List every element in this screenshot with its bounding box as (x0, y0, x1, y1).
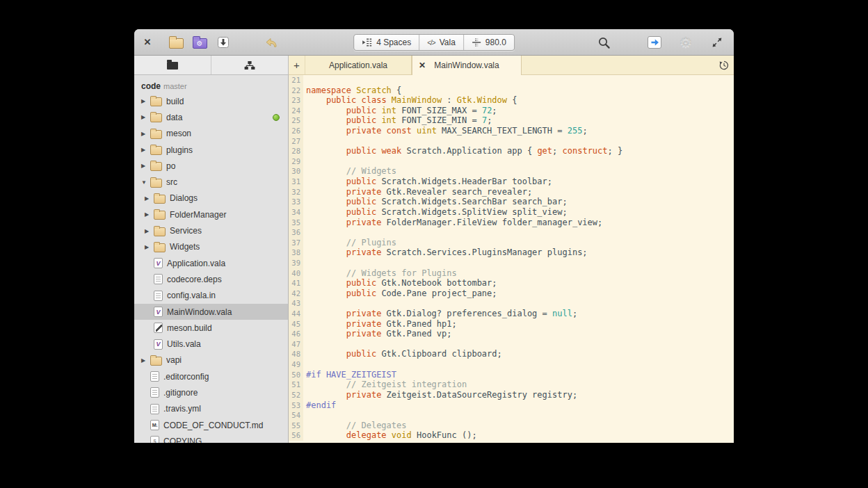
chevron-right-icon[interactable]: ▶ (141, 131, 150, 137)
chevron-right-icon[interactable]: ▶ (141, 98, 150, 104)
new-tab-button[interactable]: + (289, 56, 305, 74)
code-line[interactable]: 54 (289, 410, 734, 421)
tab-mainwindow-vala[interactable]: ✕ MainWindow.vala (412, 56, 522, 75)
chevron-right-icon[interactable]: ▶ (145, 195, 154, 202)
chevron-down-icon[interactable]: ▼ (141, 179, 150, 186)
vala-file-icon: V (154, 307, 163, 317)
code-line[interactable]: 31 public Scratch.Widgets.HeaderBar tool… (289, 177, 734, 187)
open-file-button[interactable] (166, 33, 186, 51)
chevron-right-icon[interactable]: ▶ (141, 163, 150, 169)
chevron-right-icon[interactable]: ▶ (141, 114, 150, 120)
goto-line-button[interactable]: 980.0 (464, 35, 514, 50)
tree-item-widgets[interactable]: ▶Widgets (134, 239, 288, 255)
share-button[interactable] (645, 33, 664, 51)
project-header[interactable]: codemaster (134, 75, 288, 93)
code-line[interactable]: 49 (289, 359, 734, 370)
tree-item--gitignore[interactable]: .gitignore (134, 384, 288, 400)
code-line[interactable]: 52 private Zeitgeist.DataSourceRegistry … (289, 390, 734, 400)
tree-item-dialogs[interactable]: ▶Dialogs (134, 190, 288, 206)
code-line[interactable]: 25 public int FONT_SIZE_MIN = 7; (289, 115, 734, 126)
code-line[interactable]: 39 (289, 258, 734, 268)
code-line[interactable]: 24 public int FONT_SIZE_MAX = 72; (289, 106, 734, 116)
tab-close-button[interactable]: ✕ (419, 56, 426, 75)
find-button[interactable] (594, 33, 613, 51)
project-sidebar-toggle[interactable] (134, 56, 211, 74)
vala-file-icon: V (154, 339, 163, 350)
code-line[interactable]: 35 private FolderManager.FileView folder… (289, 218, 734, 228)
tree-item--travis-yml[interactable]: .travis.yml (134, 401, 288, 417)
code-line[interactable]: 47 (289, 339, 734, 350)
folder-icon (154, 211, 166, 220)
save-button[interactable] (214, 33, 233, 51)
line-number: 33 (289, 197, 303, 207)
code-line[interactable]: 42 public Code.Pane project_pane; (289, 288, 734, 299)
tree-item-config-vala-in[interactable]: config.vala.in (134, 288, 288, 304)
outline-toggle[interactable] (211, 56, 288, 74)
tree-item-label: Services (170, 226, 202, 236)
tree-item-code-of-conduct-md[interactable]: M↓CODE_OF_CONDUCT.md (134, 417, 288, 433)
tree-item-mainwindow-vala[interactable]: VMainWindow.vala (134, 304, 288, 320)
tree-item--editorconfig[interactable]: .editorconfig (134, 368, 288, 384)
settings-menu-button[interactable]: ⚙ (676, 33, 696, 51)
chevron-right-icon[interactable]: ▶ (141, 147, 150, 153)
code-line[interactable]: 30 // Widgets (289, 166, 734, 177)
chevron-right-icon[interactable]: ▶ (145, 244, 154, 250)
code-line[interactable]: 33 public Scratch.Widgets.SearchBar sear… (289, 197, 734, 207)
code-line[interactable]: 38 private Scratch.Services.PluginsManag… (289, 247, 734, 258)
tree-item-codecore-deps[interactable]: codecore.deps (134, 271, 288, 287)
tree-item-meson[interactable]: ▶meson (134, 126, 288, 142)
chevron-right-icon[interactable]: ▶ (145, 228, 154, 234)
tree-item-utils-vala[interactable]: VUtils.vala (134, 336, 288, 352)
code-line[interactable]: 46 private Gtk.Paned vp; (289, 329, 734, 339)
code-line[interactable]: 48 public Gtk.Clipboard clipboard; (289, 349, 734, 359)
code-line[interactable]: 34 public Scratch.Widgets.SplitView spli… (289, 207, 734, 218)
text-file-icon (150, 371, 159, 382)
tree-item-services[interactable]: ▶Services (134, 222, 288, 238)
tree-item-plugins[interactable]: ▶plugins (134, 142, 288, 158)
chevron-right-icon[interactable]: ▶ (141, 357, 150, 364)
code-line[interactable]: 55 // Delegates (289, 421, 734, 431)
project-sidebar: codemaster ▶build▶data▶meson▶plugins▶po▼… (134, 75, 289, 443)
tree-item-copying[interactable]: §COPYING (134, 433, 288, 443)
line-number: 40 (289, 268, 303, 279)
code-line[interactable]: 51 // Zeitgeist integration (289, 380, 734, 390)
tree-item-data[interactable]: ▶data (134, 109, 288, 125)
code-line[interactable]: 23 public class MainWindow : Gtk.Window … (289, 95, 734, 106)
fullscreen-button[interactable] (707, 33, 727, 51)
tab-history-button[interactable] (718, 56, 730, 74)
code-line[interactable]: 36 (289, 227, 734, 238)
tree-item-meson-build[interactable]: meson.build (134, 320, 288, 336)
code-line[interactable]: 37 // Plugins (289, 238, 734, 248)
indentation-button[interactable]: 4 Spaces (354, 35, 419, 50)
code-line[interactable]: 29 (289, 156, 734, 167)
tree-item-src[interactable]: ▼src (134, 174, 288, 190)
code-line[interactable]: 21 (289, 75, 734, 86)
code-line[interactable]: 41 public Gtk.Notebook bottombar; (289, 278, 734, 288)
vala-letter: V (156, 341, 160, 348)
chevron-right-icon[interactable]: ▶ (145, 211, 154, 218)
code-line[interactable]: 27 (289, 136, 734, 147)
code-line[interactable]: 44 private Gtk.Dialog? preferences_dialo… (289, 309, 734, 319)
code-line[interactable]: 56 delegate void HookFunc (); (289, 430, 734, 441)
tree-item-foldermanager[interactable]: ▶FolderManager (134, 206, 288, 222)
templates-button[interactable]: ⚙ (190, 33, 209, 51)
code-line[interactable]: 28 public weak Scratch.Application app {… (289, 146, 734, 156)
code-line[interactable]: 40 // Widgets for Plugins (289, 268, 734, 279)
line-number: 50 (289, 370, 303, 380)
code-line[interactable]: 43 (289, 298, 734, 309)
language-button[interactable]: </> Vala (419, 35, 464, 50)
tab-application-vala[interactable]: Application.vala (305, 56, 412, 74)
tree-item-application-vala[interactable]: VApplication.vala (134, 255, 288, 271)
tree-item-vapi[interactable]: ▶vapi (134, 352, 288, 368)
source-editor[interactable]: 2122namespace Scratch {23 public class M… (289, 75, 734, 443)
tree-item-po[interactable]: ▶po (134, 158, 288, 174)
window-close-button[interactable]: ✕ (140, 35, 155, 50)
code-line[interactable]: 32 private Gtk.Revealer search_revealer; (289, 187, 734, 197)
code-line[interactable]: 26 private const uint MAX_SEARCH_TEXT_LE… (289, 126, 734, 136)
tree-item-build[interactable]: ▶build (134, 93, 288, 109)
code-line[interactable]: 22namespace Scratch { (289, 86, 734, 96)
code-line[interactable]: 50#if HAVE_ZEITGEIST (289, 370, 734, 380)
revert-button[interactable] (262, 33, 282, 51)
code-line[interactable]: 45 private Gtk.Paned hp1; (289, 319, 734, 330)
code-line[interactable]: 53#endif (289, 400, 734, 411)
